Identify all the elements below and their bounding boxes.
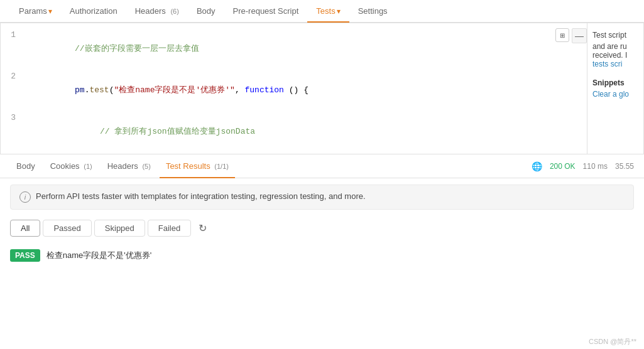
line-num-3: 3 xyxy=(1,111,26,125)
tab-authorization[interactable]: Authorization xyxy=(61,0,126,23)
clear-link[interactable]: Clear a glo xyxy=(592,90,638,99)
tab-settings[interactable]: Settings xyxy=(349,0,396,23)
resp-tab-test-results-label: Test Results (1/1) xyxy=(166,161,229,171)
status-area: 🌐 200 OK 110 ms 35.55 xyxy=(532,161,634,171)
resp-tab-cookies[interactable]: Cookies (1) xyxy=(44,154,99,178)
resp-tab-headers-label: Headers (5) xyxy=(107,161,151,171)
globe-icon: 🌐 xyxy=(532,161,542,171)
line-content-3: // 拿到所有json值赋值给变量jsonData xyxy=(26,111,643,153)
status-code: 200 OK xyxy=(550,162,576,171)
top-tab-bar: Params ▾ Authorization Headers (6) Body … xyxy=(0,0,644,23)
snippets-icon[interactable]: ⊞ xyxy=(555,28,569,42)
code-line-3: 3 // 拿到所有json值赋值给变量jsonData xyxy=(1,111,643,153)
tab-params[interactable]: Params ▾ xyxy=(10,0,61,23)
filter-all[interactable]: All xyxy=(10,220,40,237)
pass-badge: PASS xyxy=(10,249,40,262)
info-text: Perform API tests faster with templates … xyxy=(36,191,366,201)
code-line-2: 2 pm.test("检查name字段是不是'优惠券'", function (… xyxy=(1,70,643,111)
right-panel-text3: received. I xyxy=(592,51,638,60)
tab-tests-label: Tests xyxy=(316,6,335,16)
code-line-1: 1 //嵌套的字段需要一层一层去拿值 xyxy=(1,28,643,70)
resp-tab-cookies-label: Cookies (1) xyxy=(50,161,92,171)
collapse-button[interactable]: — xyxy=(572,28,587,43)
right-panel-link[interactable]: tests scri xyxy=(592,60,638,68)
test-row: PASS 检查name字段是不是'优惠券' xyxy=(10,245,634,266)
filter-all-label: All xyxy=(21,223,30,233)
tests-arrow: ▾ xyxy=(337,7,341,16)
tab-params-label: Params xyxy=(19,6,47,16)
response-tab-bar: Body Cookies (1) Headers (5) Test Result… xyxy=(0,154,644,178)
filter-failed[interactable]: Failed xyxy=(148,220,191,237)
tab-headers[interactable]: Headers (6) xyxy=(126,0,188,23)
line-content-2: pm.test("检查name字段是不是'优惠券'", function () … xyxy=(26,70,643,111)
response-time: 110 ms xyxy=(583,162,608,171)
test-label: 检查name字段是不是'优惠券' xyxy=(46,250,151,261)
tab-authorization-label: Authorization xyxy=(70,6,117,16)
code-editor[interactable]: 1 //嵌套的字段需要一层一层去拿值 2 pm.test("检查name字段是不… xyxy=(1,23,643,154)
line-num-1: 1 xyxy=(1,28,26,42)
filter-skipped[interactable]: Skipped xyxy=(94,220,145,237)
right-panel: Test script and are ru received. I tests… xyxy=(587,23,643,154)
tab-pre-request-label: Pre-request Script xyxy=(233,6,299,16)
tab-body-label: Body xyxy=(197,6,216,16)
filter-passed[interactable]: Passed xyxy=(43,220,91,237)
tab-headers-label: Headers (6) xyxy=(135,6,179,16)
info-banner: i Perform API tests faster with template… xyxy=(10,185,634,210)
tab-pre-request[interactable]: Pre-request Script xyxy=(224,0,308,23)
tab-tests[interactable]: Tests ▾ xyxy=(307,0,349,23)
snippets-label: Snippets xyxy=(592,78,638,87)
response-size: 35.55 xyxy=(615,162,634,171)
tab-settings-label: Settings xyxy=(358,6,388,16)
resp-tab-test-results[interactable]: Test Results (1/1) xyxy=(160,154,235,178)
test-results-badge: (1/1) xyxy=(214,163,229,170)
resp-tab-body-label: Body xyxy=(16,161,35,171)
headers-badge: (6) xyxy=(170,8,178,15)
filter-failed-label: Failed xyxy=(158,223,180,233)
headers-resp-badge: (5) xyxy=(142,163,150,170)
params-arrow: ▾ xyxy=(48,7,52,16)
info-icon: i xyxy=(19,191,31,203)
line-content-1: //嵌套的字段需要一层一层去拿值 xyxy=(26,28,643,70)
filter-passed-label: Passed xyxy=(53,223,80,233)
code-editor-area: 1 //嵌套的字段需要一层一层去拿值 2 pm.test("检查name字段是不… xyxy=(0,23,644,154)
watermark: CSDN @简丹** xyxy=(589,337,636,346)
right-panel-text2: and are ru xyxy=(592,42,638,51)
tab-body[interactable]: Body xyxy=(188,0,224,23)
filter-tabs: All Passed Skipped Failed ↻ xyxy=(0,216,644,240)
right-panel-text1: Test script xyxy=(592,31,638,40)
filter-skipped-label: Skipped xyxy=(105,223,134,233)
test-results-list: PASS 检查name字段是不是'优惠券' xyxy=(0,240,644,271)
refresh-icon[interactable]: ↻ xyxy=(199,222,207,234)
resp-tab-body[interactable]: Body xyxy=(10,154,41,178)
resp-tab-headers[interactable]: Headers (5) xyxy=(101,154,157,178)
line-num-2: 2 xyxy=(1,70,26,83)
cookies-badge: (1) xyxy=(84,163,92,170)
